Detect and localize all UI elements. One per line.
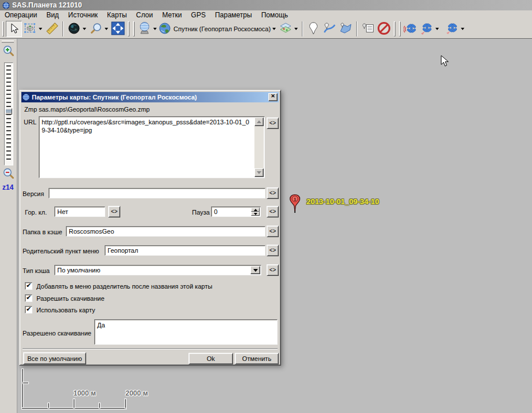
add-path-button[interactable] (322, 21, 338, 37)
cache-type-script-button[interactable]: <> (267, 264, 279, 276)
add-polygon-button[interactable] (338, 21, 354, 37)
gps-position-icon (445, 21, 459, 36)
scroll-up-button[interactable] (254, 117, 264, 126)
parent-menu-script-button[interactable]: <> (267, 245, 279, 256)
ok-button[interactable]: Ok (189, 353, 233, 364)
layers-dropdown-icon[interactable] (294, 28, 298, 30)
toolbar-grip[interactable] (399, 21, 401, 36)
magnifier-tool-button[interactable] (88, 21, 104, 37)
dark-globe-button[interactable] (66, 21, 82, 37)
earth-icon (158, 22, 171, 36)
pause-spinner[interactable]: 0 (211, 207, 261, 217)
map-select-dropdown-icon[interactable] (272, 28, 276, 30)
zoom-in-button[interactable] (2, 45, 16, 58)
gps-position-dropdown-icon[interactable] (461, 28, 464, 30)
hide-marks-button[interactable] (376, 21, 392, 37)
toolbar-grip[interactable] (128, 21, 130, 36)
menu-item-view[interactable]: Вид (42, 11, 64, 19)
marker-label[interactable]: 2013-10-01_09-34-10 (306, 197, 379, 206)
dialog-icon (23, 94, 29, 101)
cache-type-combo[interactable]: По умолчанию (54, 265, 261, 275)
cache-folder-field[interactable]: RoscosmosGeo (66, 226, 265, 237)
use-map-checkbox-label: Использовать карту (36, 307, 95, 314)
hotkey-script-button[interactable]: <> (108, 206, 120, 217)
pause-script-button[interactable]: <> (267, 206, 279, 217)
dialog-close-button[interactable] (268, 93, 278, 101)
download-allowed-field[interactable]: Да (94, 319, 278, 345)
scroll-up-icon (257, 120, 261, 123)
menu-item-layers[interactable]: Слои (131, 11, 157, 19)
use-map-checkbox[interactable] (25, 306, 32, 314)
cancel-button[interactable]: Отменить (235, 353, 279, 364)
download-allowed-label: Разрешено скачивание (23, 330, 91, 337)
spin-down-button[interactable] (251, 212, 260, 216)
toolbar-separator (62, 21, 64, 36)
toolbar-grip[interactable] (394, 21, 396, 36)
pause-spin-buttons[interactable] (251, 208, 260, 216)
magnifier-icon (90, 22, 102, 36)
cache-folder-label: Папка в кэше (23, 228, 62, 235)
menu-item-settings[interactable]: Параметры (210, 11, 257, 19)
main-toolbar: Спутник (Геопортал Роскосмоса) (0, 19, 532, 39)
version-field[interactable] (49, 188, 265, 198)
window-title: SAS.Планета 121010 (12, 1, 82, 9)
dialog-title: Параметры карты: Спутник (Геопортал Роск… (32, 94, 268, 101)
dark-globe-dropdown-icon[interactable] (83, 28, 86, 30)
menu-item-operations[interactable]: Операции (0, 11, 42, 19)
gps-position-button[interactable] (444, 21, 460, 37)
cache-type-label: Тип кэша (23, 267, 50, 274)
zoom-slider-handle[interactable] (5, 108, 12, 115)
menu-item-help[interactable]: Помощь (257, 11, 293, 19)
selection-tool-button[interactable] (22, 21, 38, 37)
allow-download-checkbox[interactable] (25, 294, 32, 302)
layers-select-button[interactable] (278, 21, 294, 37)
gps-connect-button[interactable] (402, 21, 419, 37)
menu-item-source[interactable]: Источник (64, 11, 102, 19)
url-scrollbar[interactable] (254, 117, 264, 177)
globe-stand-icon (138, 21, 151, 36)
globe-stand-button[interactable] (136, 21, 153, 37)
cache-folder-script-button[interactable]: <> (267, 226, 279, 237)
zoom-panel-grip[interactable] (2, 40, 14, 43)
url-field[interactable]: http://gptl.ru/coverages/&src=images_kan… (39, 116, 265, 178)
map-marker[interactable]: 1 (289, 194, 301, 215)
spin-up-button[interactable] (251, 208, 260, 212)
map-select-control[interactable]: Спутник (Геопортал Роскосмоса) (158, 22, 278, 36)
magnifier-dropdown-icon[interactable] (105, 28, 108, 30)
allow-download-checkbox-label: Разрешить скачивание (36, 295, 105, 302)
dialog-titlebar[interactable]: Параметры карты: Спутник (Геопортал Роск… (21, 92, 279, 102)
separator-checkbox[interactable] (25, 282, 32, 290)
ruler-button[interactable] (44, 21, 60, 37)
gps-track-dropdown-icon[interactable] (435, 28, 439, 30)
menu-item-marks[interactable]: Метки (157, 11, 186, 19)
globe-stand-dropdown-icon[interactable] (153, 28, 157, 30)
defaults-button[interactable]: Все по умолчанию (23, 352, 86, 364)
add-placemark-button[interactable] (305, 21, 322, 37)
toolbar-separator (302, 21, 303, 36)
cursor-tool-button[interactable] (6, 21, 22, 37)
toolbar-grip[interactable] (133, 21, 135, 36)
gps-track-icon (420, 21, 434, 36)
gps-track-button[interactable] (419, 21, 435, 37)
zoom-out-icon (2, 167, 15, 181)
scroll-down-button[interactable] (254, 168, 264, 177)
app-window: SAS.Планета 121010 Операции Вид Источник… (0, 0, 532, 413)
window-titlebar[interactable]: SAS.Планета 121010 (0, 0, 532, 10)
placemark-manager-button[interactable] (360, 21, 376, 37)
version-script-button[interactable]: <> (267, 187, 279, 199)
dialog-separator (23, 348, 278, 349)
menu-item-maps[interactable]: Карты (102, 11, 131, 19)
parent-menu-field[interactable]: Геопортал (105, 245, 265, 256)
polygon-icon (339, 21, 353, 36)
selection-tool-dropdown-icon[interactable] (39, 28, 42, 30)
menu-item-gps[interactable]: GPS (186, 11, 210, 19)
zoom-out-button[interactable] (2, 167, 16, 181)
cache-type-dropdown-button[interactable] (250, 266, 260, 274)
fullscreen-icon (111, 21, 125, 36)
hotkey-field[interactable]: Нет (54, 207, 105, 217)
toolbar-grip[interactable] (2, 21, 4, 36)
fullscreen-button[interactable] (110, 21, 126, 37)
url-script-button[interactable]: <> (267, 117, 279, 129)
zoom-slider[interactable] (4, 62, 13, 165)
url-value: http://gptl.ru/coverages/&src=images_kan… (42, 119, 249, 134)
